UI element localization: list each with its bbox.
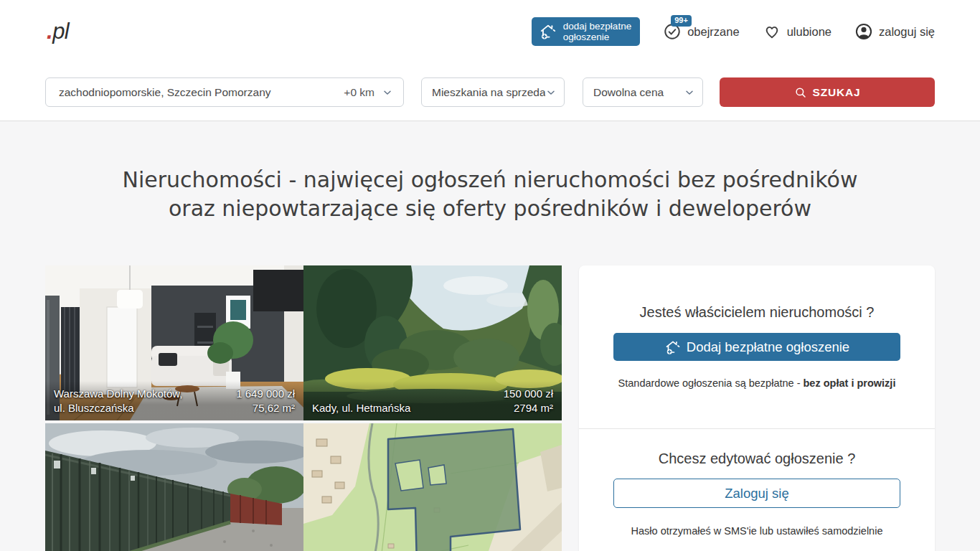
- login-button[interactable]: Zaloguj się: [613, 479, 900, 508]
- chevron-down-icon: [382, 87, 393, 98]
- location-input[interactable]: zachodniopomorskie, Szczecin Pomorzany +…: [45, 77, 404, 107]
- listing-card[interactable]: Kady, ul. Hetmańska 150 000 zł 2794 m²: [303, 265, 562, 420]
- listing-grid: Warszawa Dolny Mokotów, ul. Bluszczańska…: [45, 265, 562, 551]
- nav-viewed-label: obejrzane: [687, 25, 739, 39]
- category-value: Mieszkania na sprzeda: [432, 86, 545, 99]
- logo-tld: pl: [52, 19, 69, 44]
- chevron-down-icon: [545, 87, 557, 98]
- add-listing-button[interactable]: dodaj bezpłatne ogłoszenie: [532, 17, 640, 46]
- search-button-label: SZUKAJ: [813, 86, 861, 99]
- listing-price: 150 000 zł: [504, 387, 553, 401]
- listing-location-2: ul. Bluszczańska: [54, 401, 183, 415]
- main-content: Nieruchomości - najwięcej ogłoszeń nieru…: [0, 121, 980, 551]
- listing-photo-cadastral-map: [303, 423, 562, 551]
- panel-divider: [579, 428, 935, 429]
- nav-viewed[interactable]: 99+ obejrzane: [663, 22, 739, 41]
- nav-favorites[interactable]: ulubione: [763, 22, 831, 41]
- nav-favorites-label: ulubione: [787, 25, 831, 39]
- listing-photo-storage-containers: [45, 423, 303, 551]
- nav-login-label: zaloguj się: [879, 25, 935, 39]
- listing-area: 75,62 m²: [236, 401, 295, 415]
- house-plus-icon: [539, 22, 557, 41]
- add-free-listing-label: Dodaj bezpłatne ogłoszenie: [687, 339, 849, 355]
- add-listing-label: dodaj bezpłatne ogłoszenie: [563, 21, 631, 42]
- owner-panel-title: Jesteś właścicielem nieruchomości ?: [579, 304, 935, 321]
- listing-area: 2794 m²: [504, 401, 553, 415]
- edit-panel-title: Chcesz edytować ogłoszenie ?: [579, 451, 935, 467]
- user-icon: [854, 22, 873, 41]
- listing-caption: Warszawa Dolny Mokotów, ul. Bluszczańska…: [45, 381, 303, 420]
- listing-caption: Kady, ul. Hetmańska 150 000 zł 2794 m²: [303, 381, 562, 420]
- header: adresowo.pl dodaj bezpłatne ogłoszenie: [0, 0, 980, 63]
- listing-card[interactable]: Nowa Jastrząbka 300 000 zł: [303, 423, 562, 551]
- site-logo[interactable]: adresowo.pl: [47, 19, 69, 44]
- logo-dot: .: [47, 19, 52, 44]
- listing-price: 1 649 000 zł: [236, 387, 295, 401]
- radius-value: +0 km: [344, 86, 374, 99]
- heart-icon: [763, 22, 781, 41]
- house-plus-icon: [664, 339, 682, 356]
- price-value: Dowolna cena: [593, 86, 684, 99]
- add-free-listing-button[interactable]: Dodaj bezpłatne ogłoszenie: [613, 333, 900, 361]
- nav-login[interactable]: zaloguj się: [854, 22, 935, 41]
- category-select[interactable]: Mieszkania na sprzeda: [421, 77, 565, 107]
- search-icon: [794, 86, 807, 99]
- owner-note-bold: bez opłat i prowizji: [804, 377, 896, 389]
- owner-panel-note: Standardowe ogłoszenia są bezpłatne - be…: [579, 377, 935, 389]
- listing-location: Warszawa Dolny Mokotów,: [54, 387, 183, 401]
- homepage: adresowo.pl dodaj bezpłatne ogłoszenie: [0, 0, 980, 551]
- header-nav: dodaj bezpłatne ogłoszenie 99+ obejrzane: [532, 17, 935, 46]
- search-bar: zachodniopomorskie, Szczecin Pomorzany +…: [0, 63, 980, 121]
- search-button[interactable]: SZUKAJ: [720, 77, 935, 107]
- price-select[interactable]: Dowolna cena: [583, 77, 703, 107]
- listing-card[interactable]: Kraków Prądnik Biały, ul. 700 zł: [45, 423, 303, 551]
- listing-card[interactable]: Warszawa Dolny Mokotów, ul. Bluszczańska…: [45, 265, 303, 420]
- chevron-down-icon: [684, 87, 695, 98]
- owner-panel: Jesteś właścicielem nieruchomości ? Doda…: [579, 265, 935, 551]
- location-value: zachodniopomorskie, Szczecin Pomorzany: [59, 86, 344, 99]
- login-button-label: Zaloguj się: [725, 486, 788, 501]
- viewed-count-badge: 99+: [671, 15, 692, 27]
- listing-location: Kady, ul. Hetmańska: [312, 401, 410, 415]
- page-title: Nieruchomości - najwięcej ogłoszeń nieru…: [0, 166, 980, 223]
- edit-panel-note: Hasło otrzymałeś w SMS'ie lub ustawiłeś …: [579, 525, 935, 537]
